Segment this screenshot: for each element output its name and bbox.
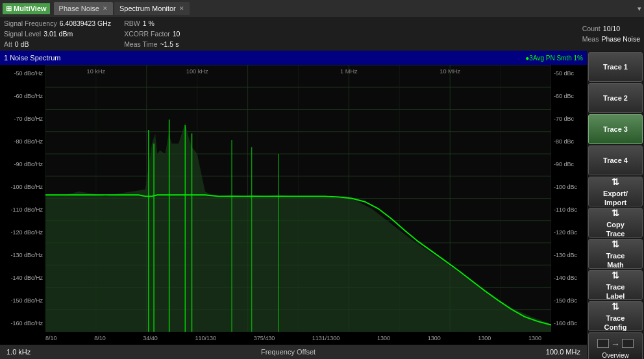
main-area: 1 Noise Spectrum ●3Avg PN Smth 1% -50 dB…	[0, 51, 644, 359]
y-right-1: -60 dBc	[554, 93, 584, 99]
meas-time-label: Meas Time	[124, 39, 157, 49]
y-right-5: -100 dBc	[554, 184, 584, 190]
trace1-button[interactable]: Trace 1	[588, 52, 643, 82]
y-label-9: -140 dBc/Hz	[3, 275, 43, 281]
status-bar: 1.0 kHz Frequency Offset 100.0 MHz	[0, 345, 587, 359]
tab-phase-noise[interactable]: Phase Noise ✕	[54, 2, 113, 15]
export-import-button[interactable]: ⇅ Export/Import	[588, 177, 643, 206]
copy-trace-label: CopyTrace	[606, 220, 625, 239]
info-bar: Signal Frequency 6.40839423 GHz Signal L…	[0, 17, 644, 51]
meas-time-value: ~1.5 s	[160, 39, 179, 49]
title-bar-right: ▾	[638, 5, 641, 13]
x-label-0: 8/10	[45, 335, 57, 341]
x-label-6: 1300	[377, 335, 390, 341]
tab-phase-noise-close[interactable]: ✕	[103, 5, 108, 12]
y-label-8: -130 dBc/Hz	[3, 252, 43, 258]
signal-level-label: Signal Level	[4, 29, 41, 39]
y-label-1: -60 dBc/Hz	[3, 93, 43, 99]
ov-arrow: →	[611, 339, 620, 349]
overview-button[interactable]: → Overview	[588, 332, 643, 359]
signal-frequency-group: Signal Frequency 6.40839423 GHz Signal L…	[4, 18, 111, 49]
app-logo: ⊞ MultiView	[3, 3, 50, 14]
x-label-3: 110/130	[195, 335, 216, 341]
att-value: 0 dB	[15, 39, 29, 49]
tab-spectrum-monitor-label: Spectrum Monitor	[119, 5, 176, 12]
count-group: Count 10/10 Meas Phase Noise	[582, 23, 640, 44]
y-right-6: -110 dBc	[554, 206, 584, 213]
tab-spectrum-monitor[interactable]: Spectrum Monitor ✕	[114, 2, 190, 15]
y-right-10: -150 dBc	[554, 297, 584, 304]
att-label: Att	[4, 39, 12, 49]
overview-icon: →	[597, 339, 634, 349]
xcorr-value: 10	[173, 29, 180, 39]
y-axis-right: -50 dBc -60 dBc -70 dBc -80 dBc -90 dBc …	[551, 65, 587, 332]
app-name: MultiView	[14, 5, 47, 12]
x-label-1: 8/10	[94, 335, 106, 341]
tab-spectrum-monitor-close[interactable]: ✕	[179, 5, 184, 12]
trace4-button[interactable]: Trace 4	[588, 145, 643, 175]
trace-math-icon: ⇅	[612, 238, 619, 250]
trace2-label: Trace 2	[603, 93, 628, 103]
y-right-11: -160 dBc	[554, 320, 584, 327]
x-label-2: 34/40	[143, 335, 158, 341]
chart-x-labels: 8/10 8/10 34/40 110/130 375/430 1131/130…	[0, 332, 587, 345]
overview-label: Overview	[602, 352, 629, 359]
rbw-label: RBW	[124, 18, 140, 29]
trace2-button[interactable]: Trace 2	[588, 83, 643, 113]
status-right: 100.0 MHz	[546, 348, 580, 356]
trace-config-button[interactable]: ⇅ TraceConfig	[588, 301, 643, 331]
title-bar: ⊞ MultiView Phase Noise ✕ Spectrum Monit…	[0, 0, 644, 17]
signal-level-value: 3.01 dBm	[43, 29, 73, 39]
chart-container: 1 Noise Spectrum ●3Avg PN Smth 1% -50 dB…	[0, 51, 587, 359]
trace-math-button[interactable]: ⇅ TraceMath	[588, 239, 643, 269]
y-label-10: -150 dBc/Hz	[3, 297, 43, 304]
right-panel: Trace 1 Trace 2 Trace 3 Trace 4 ⇅ Export…	[587, 51, 644, 359]
trace-label-icon: ⇅	[612, 269, 619, 281]
chart-legend: ●3Avg PN Smth 1%	[525, 55, 583, 62]
y-label-4: -90 dBc/Hz	[3, 161, 43, 167]
copy-trace-button[interactable]: ⇅ CopyTrace	[588, 208, 643, 238]
chart-svg: 10 kHz 100 kHz 1 MHz 10 MHz	[45, 65, 551, 332]
xcorr-label: XCORR Factor	[124, 29, 170, 39]
meas-label: Meas	[582, 34, 599, 44]
trace-label-label: TraceLabel	[606, 282, 625, 301]
y-axis-left: -50 dBc/Hz -60 dBc/Hz -70 dBc/Hz -80 dBc…	[0, 65, 45, 332]
trace3-label: Trace 3	[603, 125, 628, 134]
plot-area[interactable]: 10 kHz 100 kHz 1 MHz 10 MHz	[45, 65, 551, 332]
trace3-button[interactable]: Trace 3	[588, 114, 643, 144]
logo-icon: ⊞	[6, 5, 12, 12]
x-label-9: 1300	[528, 335, 541, 341]
trace-config-label: TraceConfig	[604, 314, 627, 332]
x-label-8: 1300	[478, 335, 491, 341]
x-label-7: 1300	[428, 335, 441, 341]
y-right-7: -120 dBc	[554, 229, 584, 236]
chart-header: 1 Noise Spectrum ●3Avg PN Smth 1%	[0, 51, 587, 65]
y-right-3: -80 dBc	[554, 138, 584, 145]
export-import-label: Export/Import	[603, 189, 628, 208]
trace-label-button[interactable]: ⇅ TraceLabel	[588, 270, 643, 300]
x-label-5: 1131/1300	[312, 335, 340, 341]
trace-math-label: TraceMath	[606, 251, 625, 270]
svg-text:10 MHz: 10 MHz	[440, 68, 460, 75]
status-center: Frequency Offset	[261, 348, 316, 356]
y-label-3: -80 dBc/Hz	[3, 138, 43, 145]
ov-box-1	[597, 339, 609, 348]
tab-phase-noise-label: Phase Noise	[59, 5, 99, 12]
rbw-group: RBW 1 % XCORR Factor 10 Meas Time ~1.5 s	[124, 18, 180, 49]
status-left: 1.0 kHz	[6, 348, 31, 356]
copy-trace-icon: ⇅	[612, 207, 619, 219]
x-label-4: 375/430	[254, 335, 275, 341]
ov-box-2	[622, 339, 634, 348]
phase-noise-label-info: Phase Noise	[601, 34, 640, 44]
svg-text:10 kHz: 10 kHz	[87, 68, 106, 75]
signal-frequency-value: 6.40839423 GHz	[60, 18, 111, 29]
chart-area: -50 dBc/Hz -60 dBc/Hz -70 dBc/Hz -80 dBc…	[0, 65, 587, 332]
y-right-9: -140 dBc	[554, 275, 584, 281]
y-label-6: -110 dBc/Hz	[3, 206, 43, 213]
trace1-label: Trace 1	[603, 62, 628, 71]
export-import-icon: ⇅	[612, 176, 619, 188]
trace-config-icon: ⇅	[612, 301, 619, 312]
svg-text:100 kHz: 100 kHz	[186, 68, 208, 75]
rbw-value: 1 %	[143, 18, 155, 29]
signal-frequency-label: Signal Frequency	[4, 18, 57, 29]
